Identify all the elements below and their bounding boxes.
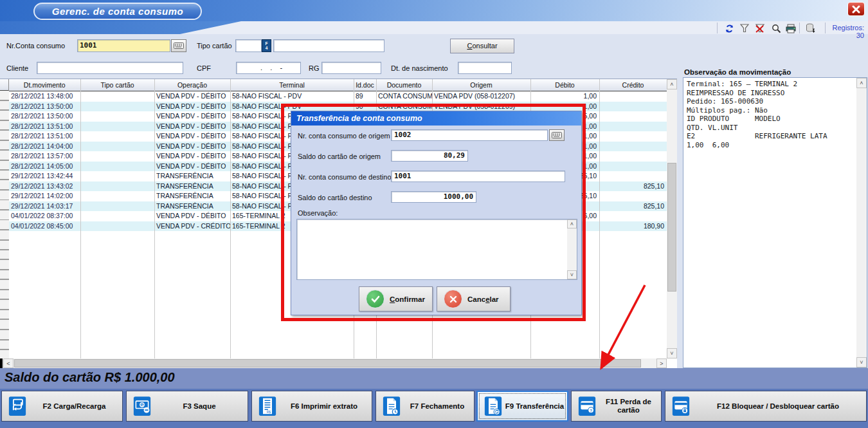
dialog-textarea-scrollbar[interactable]: ˄︎ ˅︎	[567, 219, 577, 279]
cpf-input[interactable]: . . -	[236, 62, 301, 74]
table-row[interactable]: 28/12/2021 13:50:00 VENDA PDV - DÉBITO 5…	[9, 102, 667, 112]
cell-dt-movimento: 29/12/2021 14:03:17	[9, 201, 80, 212]
cell-documento: CONTA CONSUM	[376, 91, 432, 102]
grid-horizontal-scrollbar[interactable]: ˂︎ ˃︎	[3, 358, 667, 368]
cell-dt-movimento: 28/12/2021 14:05:00	[9, 162, 80, 172]
cell-credito	[599, 131, 667, 142]
cell-credito	[599, 151, 667, 162]
f2-carga-recarga-button[interactable]: F2 Carga/Recarga	[1, 391, 123, 422]
cell-tipo-cartao	[80, 191, 154, 201]
column-header[interactable]: Tipo cartão	[80, 79, 154, 91]
tipo-cartao-desc-field	[273, 39, 384, 52]
table-row[interactable]: 28/12/2021 13:48:00 VENDA PDV - DÉBITO 5…	[9, 91, 667, 102]
virtual-keyboard-button[interactable]	[549, 129, 565, 141]
cell-iddoc: 90	[354, 102, 376, 112]
f9-label: F9 Transferência	[502, 402, 567, 411]
cell-tipo-cartao	[80, 221, 154, 232]
toolbar-separator	[717, 23, 718, 33]
cell-credito	[599, 122, 667, 132]
f4-lookup-button[interactable]: F 4	[262, 39, 271, 52]
cell-dt-movimento: 28/12/2021 13:51:00	[9, 131, 80, 142]
column-header[interactable]: Id.doc	[354, 79, 376, 91]
column-header[interactable]: Dt.movimento	[9, 79, 80, 91]
export-data-icon[interactable]	[804, 23, 817, 33]
origem-label: Nr. conta consumo de origem	[298, 132, 390, 140]
f12-label: F12 Bloquear / Desbloquear cartão	[701, 402, 854, 411]
observacao-scrollbar[interactable]: ˄︎ ˅︎	[856, 78, 867, 368]
cell-credito	[599, 111, 667, 122]
h-scroll-thumb[interactable]	[14, 359, 641, 368]
lock-card-icon	[672, 395, 690, 417]
close-button[interactable]	[847, 2, 865, 16]
nr-conta-input[interactable]: 1001	[77, 39, 170, 52]
cell-operacao: VENDA PDV - DÉBITO	[154, 151, 230, 162]
confirmar-button[interactable]: Confirmar	[359, 286, 433, 312]
nascimento-input[interactable]	[458, 62, 512, 74]
column-header[interactable]: Terminal	[230, 79, 354, 91]
f9-transferencia-button[interactable]: F9 Transferência	[476, 391, 568, 422]
cell-dt-movimento: 29/12/2021 14:02:00	[9, 191, 80, 201]
consultar-button[interactable]: Consultar	[450, 39, 514, 53]
confirm-check-icon	[366, 290, 384, 308]
cell-operacao: VENDA PDV - DÉBITO	[154, 111, 230, 122]
v-scroll-thumb[interactable]	[667, 163, 676, 292]
transfer-dialog: Transferência de conta consumo Nr. conta…	[291, 111, 582, 315]
grid-row-headers	[0, 91, 10, 358]
cell-credito	[599, 171, 667, 181]
cell-terminal: 58-NAO FISCAL - PDV	[230, 91, 354, 102]
f7-fechamento-button[interactable]: F7 Fechamento	[375, 391, 475, 422]
cell-operacao: VENDA PDV - CRÉDITO	[154, 221, 230, 232]
f6-imprimir-extrato-button[interactable]: R$ F6 Imprimir extrato	[251, 391, 372, 422]
svg-text:?: ?	[590, 408, 592, 413]
card-balance-text: Saldo do cartão R$ 1.000,00	[5, 370, 175, 385]
cell-origem: VENDA PDV (058-012209)	[432, 102, 530, 112]
refresh-icon[interactable]	[723, 23, 736, 33]
column-header[interactable]: Débito	[530, 79, 599, 91]
filter-icon[interactable]	[738, 23, 751, 33]
f11-perda-cartao-button[interactable]: ? F11 Perda de cartão	[571, 391, 662, 422]
f12-bloquear-desbloquear-button[interactable]: F12 Bloquear / Desbloquear cartão	[665, 391, 867, 422]
search-icon[interactable]	[770, 23, 782, 33]
cpf-label: CPF	[197, 64, 211, 72]
transfer-dialog-title: Transferência de conta consumo	[291, 114, 422, 123]
closure-document-icon	[383, 395, 401, 417]
column-header[interactable]: Operação	[154, 79, 230, 91]
dialog-observacao-textarea[interactable]	[296, 219, 577, 280]
grid-vertical-scrollbar[interactable]: ˄︎ ˅︎	[667, 79, 677, 358]
cell-tipo-cartao	[80, 111, 154, 122]
f3-saque-button[interactable]: $ F3 Saque	[126, 391, 248, 422]
origem-input[interactable]: 1002	[391, 129, 548, 141]
cell-operacao: TRANSFERÊNCIA	[154, 181, 230, 192]
column-header[interactable]: Origem	[432, 79, 530, 91]
svg-text:$: $	[141, 403, 143, 407]
cancelar-button[interactable]: Cancelar	[437, 286, 511, 312]
observacao-text: Terminal: 165 – TERMINAL 2 REIMPRESSAO D…	[683, 78, 867, 151]
column-header[interactable]: Crédito	[599, 79, 667, 91]
column-header[interactable]: Documento	[376, 79, 432, 91]
virtual-keyboard-button[interactable]	[171, 39, 186, 52]
cell-operacao: VENDA PDV - DÉBITO	[154, 211, 230, 221]
rg-label: RG	[309, 64, 320, 72]
f6-label: F6 Imprimir extrato	[276, 402, 372, 411]
tipo-cartao-code-input[interactable]	[235, 39, 262, 52]
cell-operacao: TRANSFERÊNCIA	[154, 171, 230, 181]
rg-input[interactable]	[321, 62, 381, 74]
saldo-destino-field: 1000,00	[391, 191, 476, 203]
destino-input[interactable]: 1001	[391, 171, 565, 182]
print-icon[interactable]	[784, 23, 797, 33]
page-title-pill: Gerenc. de conta consumo	[33, 3, 202, 20]
cell-credito	[599, 191, 667, 201]
cliente-field	[37, 62, 183, 74]
cell-tipo-cartao	[80, 181, 154, 192]
destino-label: Nr. conta consumo de destino	[298, 173, 392, 181]
grid-corner-cell	[0, 79, 9, 91]
toolbar-separator	[825, 23, 826, 33]
cell-dt-movimento: 28/12/2021 13:50:00	[9, 102, 80, 112]
f7-label: F7 Fechamento	[401, 402, 474, 411]
transfer-dialog-titlebar[interactable]: Transferência de conta consumo	[291, 111, 581, 126]
recharge-icon	[8, 395, 26, 417]
clear-filter-icon[interactable]	[754, 23, 766, 33]
cell-tipo-cartao	[80, 142, 154, 152]
cell-documento: CONTA CONSUM	[376, 102, 432, 112]
cell-credito: 180,90	[599, 221, 667, 232]
